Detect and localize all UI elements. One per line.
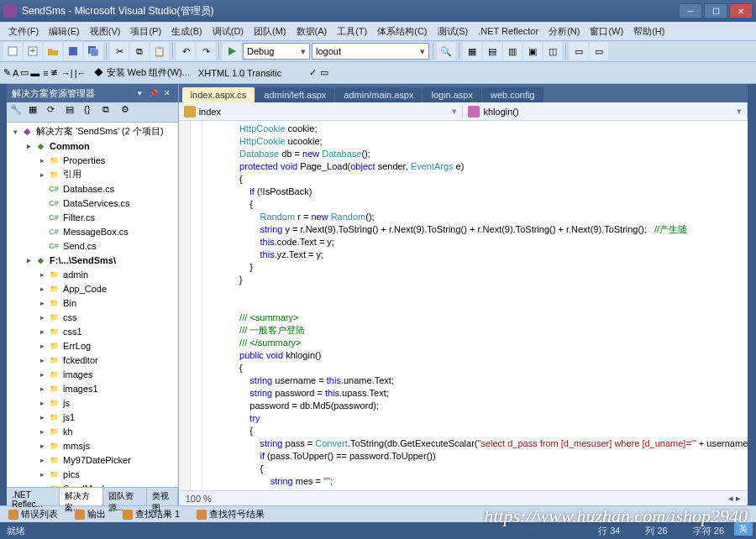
doctype-combo[interactable]: XHTML 1.0 Transitic bbox=[198, 68, 307, 78]
sidebar-tab[interactable]: 解决方案... bbox=[60, 488, 103, 505]
tb2-btn-3[interactable]: ▭ bbox=[20, 67, 29, 78]
tb-btn-6[interactable]: ▭ bbox=[570, 42, 588, 60]
tree-node[interactable]: ▸📁fckeditor bbox=[7, 353, 178, 367]
tb-btn-5[interactable]: ◫ bbox=[543, 42, 562, 60]
refresh-button[interactable]: ⟳ bbox=[47, 104, 64, 121]
menu-item[interactable]: 调试(D) bbox=[207, 24, 249, 39]
menu-item[interactable]: 工具(T) bbox=[332, 24, 372, 39]
menu-item[interactable]: .NET Reflector bbox=[473, 24, 543, 38]
tb-btn-4[interactable]: ▣ bbox=[523, 42, 542, 60]
tree-node[interactable]: C#Database.cs bbox=[7, 181, 178, 196]
panel-close-icon[interactable]: ✕ bbox=[161, 87, 173, 99]
tree-node[interactable]: ▸📁css bbox=[7, 310, 178, 324]
menu-item[interactable]: 生成(B) bbox=[166, 24, 207, 39]
menu-item[interactable]: 数据(A) bbox=[291, 24, 333, 39]
solution-tree[interactable]: ▾◆解决方案 'SendSms' (2 个项目)▸◆Common▸📁Proper… bbox=[7, 123, 178, 487]
code-editor[interactable]: HttpCookie cookie; HttpCookie ucookie; D… bbox=[202, 121, 748, 490]
tb2-btn-1[interactable]: ✎ bbox=[3, 67, 11, 78]
tb-btn-1[interactable]: ▦ bbox=[463, 42, 481, 60]
open-button[interactable] bbox=[44, 42, 62, 60]
menu-item[interactable]: 测试(S) bbox=[433, 24, 474, 39]
comment-button[interactable]: ≡ bbox=[43, 68, 48, 78]
zoom-level[interactable]: 100 % bbox=[186, 494, 212, 504]
tree-node[interactable]: ▸📁Bin bbox=[7, 296, 178, 310]
show-all-button[interactable]: ▦ bbox=[29, 104, 45, 121]
tree-node[interactable]: ▸📁SendMesLog bbox=[7, 481, 178, 487]
panel-pin-icon[interactable]: 📌 bbox=[148, 87, 160, 99]
tree-node[interactable]: ▸📁mmsjs bbox=[7, 438, 178, 453]
config-button[interactable]: ⚙ bbox=[121, 104, 138, 121]
menu-item[interactable]: 帮助(H) bbox=[628, 24, 669, 39]
find-button[interactable]: 🔍 bbox=[437, 42, 455, 60]
copy-site-button[interactable]: ⧉ bbox=[102, 104, 119, 121]
bottom-tab[interactable]: 查找符号结果 bbox=[192, 506, 270, 522]
save-button[interactable] bbox=[64, 42, 82, 60]
menu-item[interactable]: 窗口(W) bbox=[585, 24, 628, 39]
tb-btn-3[interactable]: ▥ bbox=[503, 42, 522, 60]
properties-button[interactable]: 🔧 bbox=[10, 104, 27, 121]
save-all-button[interactable] bbox=[84, 42, 102, 60]
menu-item[interactable]: 项目(P) bbox=[125, 24, 166, 39]
tree-node[interactable]: ▸📁admin bbox=[7, 267, 178, 281]
paste-button[interactable]: 📋 bbox=[150, 42, 169, 60]
panel-dropdown-icon[interactable]: ▾ bbox=[134, 87, 146, 99]
document-tab[interactable]: admin/main.aspx bbox=[335, 87, 422, 102]
tree-node[interactable]: C#Send.cs bbox=[7, 238, 178, 253]
tree-node[interactable]: ▸📁js1 bbox=[7, 410, 178, 424]
tree-node[interactable]: C#DataServices.cs bbox=[7, 196, 178, 210]
start-debug-button[interactable] bbox=[223, 42, 241, 60]
sidebar-tab[interactable]: 团队资源... bbox=[103, 488, 147, 505]
menu-item[interactable]: 文件(F) bbox=[3, 24, 44, 39]
tb2-btn-4[interactable]: ▬ bbox=[30, 68, 39, 78]
tree-node[interactable]: ▸📁pics bbox=[7, 467, 178, 481]
tree-node[interactable]: C#MessageBox.cs bbox=[7, 224, 178, 238]
tree-node[interactable]: ▸📁images1 bbox=[7, 381, 178, 395]
sidebar-tab[interactable]: .NET Reflec... bbox=[7, 488, 60, 505]
new-project-button[interactable] bbox=[3, 42, 22, 60]
copy-button[interactable]: ⧉ bbox=[130, 42, 149, 60]
menu-item[interactable]: 分析(N) bbox=[543, 24, 585, 39]
tb2-btn-2[interactable]: A bbox=[13, 68, 18, 78]
tree-node[interactable]: ▸📁App_Code bbox=[7, 281, 178, 296]
add-item-button[interactable]: + bbox=[24, 42, 42, 60]
document-tab[interactable]: web.config bbox=[482, 87, 543, 102]
indent-button[interactable]: →| bbox=[61, 68, 73, 78]
tree-node[interactable]: ▸📁images bbox=[7, 367, 178, 381]
tb-btn-7[interactable]: ▭ bbox=[590, 42, 608, 60]
menu-item[interactable]: 体系结构(C) bbox=[372, 24, 432, 39]
nest-button[interactable]: ▤ bbox=[66, 104, 82, 121]
cut-button[interactable]: ✂ bbox=[110, 42, 129, 60]
member-dropdown[interactable]: khlogin() bbox=[463, 106, 748, 118]
tree-node[interactable]: ▸◆Common bbox=[7, 139, 178, 153]
tree-root[interactable]: ▾◆解决方案 'SendSms' (2 个项目) bbox=[7, 124, 178, 139]
close-button[interactable]: ✕ bbox=[729, 3, 753, 18]
menu-item[interactable]: 团队(M) bbox=[249, 24, 291, 39]
tb-btn-2[interactable]: ▤ bbox=[483, 42, 501, 60]
document-tab[interactable]: login.aspx bbox=[423, 87, 481, 102]
view-code-button[interactable]: {} bbox=[84, 104, 101, 121]
install-web-button[interactable]: ◆ 安装 Web 组件(W)... bbox=[89, 66, 194, 79]
target-combo[interactable]: logout bbox=[312, 43, 429, 60]
tree-node[interactable]: C#Filter.cs bbox=[7, 210, 178, 224]
bottom-tab[interactable]: 查找结果 1 bbox=[118, 506, 185, 522]
undo-button[interactable]: ↶ bbox=[176, 42, 195, 60]
tb2-btn-10[interactable]: ▭ bbox=[320, 67, 328, 78]
maximize-button[interactable]: ☐ bbox=[704, 3, 727, 18]
redo-button[interactable]: ↷ bbox=[197, 42, 215, 60]
outdent-button[interactable]: |← bbox=[75, 68, 87, 78]
sidebar-tab[interactable]: 类视图 bbox=[147, 488, 178, 505]
bottom-tab[interactable]: 输出 bbox=[70, 506, 111, 522]
document-tab[interactable]: index.aspx.cs bbox=[182, 87, 255, 102]
tree-node[interactable]: ▸📁Properties bbox=[7, 153, 178, 167]
class-dropdown[interactable]: index bbox=[179, 106, 464, 118]
minimize-button[interactable]: ─ bbox=[679, 3, 702, 18]
config-combo[interactable]: Debug bbox=[243, 43, 310, 60]
tree-node[interactable]: ▸📁ErrLog bbox=[7, 338, 178, 353]
uncomment-button[interactable]: ≢ bbox=[50, 67, 58, 78]
tree-node[interactable]: ▸📁js bbox=[7, 395, 178, 410]
tree-node[interactable]: ▸📁引用 bbox=[7, 167, 178, 181]
menu-item[interactable]: 视图(V) bbox=[85, 24, 126, 39]
tree-node[interactable]: ▸📁css1 bbox=[7, 324, 178, 338]
tree-node[interactable]: ▸📁My97DatePicker bbox=[7, 453, 178, 467]
outline-margin[interactable] bbox=[179, 121, 191, 490]
